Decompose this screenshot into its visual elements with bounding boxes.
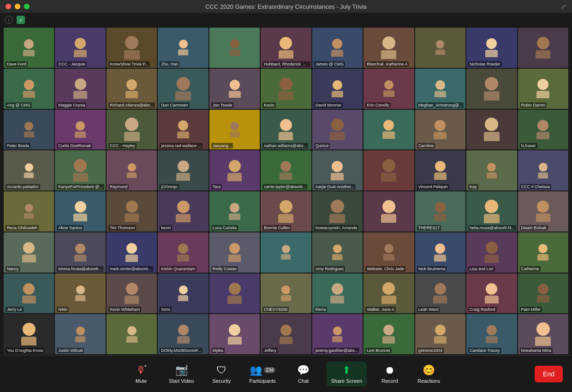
participant-name-label: jOOmojo xyxy=(160,184,179,190)
video-cell: Lisa and Lori xyxy=(466,232,517,273)
minimize-button[interactable] xyxy=(15,4,20,9)
participant-name-label: Nikki xyxy=(57,307,69,312)
chat-icon: 💬 xyxy=(297,364,310,376)
video-cell: Leah Ward xyxy=(415,273,465,314)
video-cell: Peter Breda xyxy=(4,110,54,150)
participant-name-label: KanyeForPresident @... xyxy=(57,184,104,190)
video-cell: KanyeForPresident @... xyxy=(55,150,105,190)
video-cell: CCC - Jacquie xyxy=(55,28,105,68)
participant-name-label: Luca Curisila xyxy=(211,225,238,231)
participant-name-label: mark.simler@absorb... xyxy=(108,266,153,272)
participant-name-label: Sims xyxy=(160,307,172,312)
participants-label: Participants xyxy=(249,378,275,384)
traffic-lights xyxy=(6,4,30,9)
participant-name-label: thena xyxy=(314,307,328,312)
chat-button[interactable]: 💬 Chat xyxy=(290,362,317,386)
info-icon[interactable]: i xyxy=(5,16,13,24)
participant-name-label: Nowaczynski, Amanda xyxy=(314,225,359,231)
close-button[interactable] xyxy=(6,4,11,9)
participant-name-label: Reza Ghilizadeh xyxy=(6,225,39,231)
participant-name-label: Meghan_Armstrong@... xyxy=(417,102,464,108)
participant-name-label: jessica.rad-wallace-... xyxy=(160,143,203,148)
maximize-button[interactable] xyxy=(24,4,30,9)
participant-name-label: Webster, Chris Jade xyxy=(365,266,405,272)
participant-name-label: Curtis DoeRomak xyxy=(57,143,92,148)
participant-name-label: gstreine1003 xyxy=(417,348,444,353)
participant-name-label: Quince xyxy=(314,143,330,148)
participant-name-label: Abne Santos xyxy=(57,225,83,231)
video-cell: Curtis DoeRomak xyxy=(55,110,105,150)
video-cell: Webster, Chris Jade xyxy=(363,232,414,273)
mute-chevron-icon[interactable]: ▲ xyxy=(143,363,147,368)
participant-name-label: James @ CMG xyxy=(314,61,346,67)
fullscreen-icon[interactable]: ⤢ xyxy=(561,3,566,10)
participant-name-label: Richard.Atienza@abs... xyxy=(108,102,155,108)
video-cell: Zhu, Hao xyxy=(158,28,208,68)
video-grid-container: Dave Ford CCC - Jacquie KnowShow Trivia … xyxy=(0,27,572,355)
info-bar: i ✓ xyxy=(0,13,572,27)
video-cell: Ang @ CMG xyxy=(4,69,54,109)
video-cell: Nicholas Roeder xyxy=(466,28,517,68)
video-cell: Candace Tracey xyxy=(466,314,517,354)
video-cell: Erin Conolly xyxy=(363,69,414,109)
participant-name-label: Kevin xyxy=(262,102,276,108)
end-button[interactable]: End xyxy=(535,366,563,382)
video-cell: You D'oughta Know xyxy=(4,314,54,354)
start-video-button[interactable]: 📷 ▲ Start Video xyxy=(164,362,198,386)
video-cell xyxy=(363,191,414,232)
video-label: Start Video xyxy=(169,378,194,384)
video-cell: jessica.rad-wallace-... xyxy=(158,110,208,150)
video-cell: Kevin Whiteham xyxy=(107,273,157,314)
security-icon: 🛡 xyxy=(216,364,226,376)
participant-name-label: carrie.taylor@absorb... xyxy=(262,184,307,190)
video-chevron-icon[interactable]: ▲ xyxy=(185,363,189,368)
participant-name-label: CHEXY9200 xyxy=(262,307,289,312)
share-screen-label: Share Screen xyxy=(331,378,362,384)
participant-name-label: David Monroe xyxy=(314,102,343,108)
video-cell: Vincent Peliquin xyxy=(415,150,465,190)
video-cell: DOMy,Mxt3tGoronP... xyxy=(158,314,208,354)
video-cell: Justin Wilcutt xyxy=(55,314,105,354)
participants-count: 234 xyxy=(264,367,275,373)
video-cell: mark.simler@absorb... xyxy=(107,232,157,273)
participant-name-label: Tara xyxy=(211,184,222,190)
window-title: CCC 2020 Games: Extraordinary Circumstan… xyxy=(205,3,367,10)
video-cell: Lexi Brunner xyxy=(363,314,414,354)
participant-name-label: Vincent Peliquin xyxy=(417,184,449,190)
video-cell: Raymond xyxy=(107,150,157,190)
video-cell: Tim Thomson xyxy=(107,191,157,232)
video-cell: Quince xyxy=(312,110,363,150)
video-cell: Myles xyxy=(209,314,260,354)
record-button[interactable]: ⏺ Record xyxy=(376,362,404,386)
record-label: Record xyxy=(381,378,398,384)
video-cell: gstreine1003 xyxy=(415,314,465,354)
participants-button[interactable]: 👥 234 Participants xyxy=(244,362,280,386)
video-cell: helia.musa@absorb M... xyxy=(466,191,517,232)
video-cell: CHEXY9200 xyxy=(261,273,311,314)
reactions-button[interactable]: 😊 Reactions xyxy=(413,362,445,386)
participant-name-label: You D'oughta Know xyxy=(6,348,44,353)
participant-name-label: Kishin Quarantiam xyxy=(160,266,197,272)
video-cell: Bonnie Cullen xyxy=(261,191,311,232)
video-cell: Hubbard, Rhoderick W... xyxy=(261,28,311,68)
video-cell: Amy Rodriguez xyxy=(312,232,363,273)
participant-name-label: N,fraser xyxy=(520,143,537,148)
title-bar: CCC 2020 Games: Extraordinary Circumstan… xyxy=(0,0,572,13)
mute-button[interactable]: 🎙 ▲ Mute xyxy=(127,362,155,386)
video-cell: kevin xyxy=(158,191,208,232)
video-cell: Richard.Atienza@abs... xyxy=(107,69,157,109)
video-cell xyxy=(261,232,311,273)
participant-name-label: Lexi Brunner xyxy=(365,348,392,353)
video-cell: Blaschuk, Katherine A xyxy=(363,28,414,68)
shield-icon[interactable]: ✓ xyxy=(17,16,25,24)
security-button[interactable]: 🛡 Security xyxy=(208,362,235,386)
participant-name-label: THERES17 xyxy=(417,225,441,231)
participant-name-label: Nancy xyxy=(6,266,20,272)
video-cell: Nancy xyxy=(4,232,54,273)
participant-name-label: Dave Ford xyxy=(6,61,28,67)
video-cell: CCC # Chelsea xyxy=(518,150,568,190)
participant-name-label: Bonnie Cullen xyxy=(262,225,291,231)
video-cell: Nick Bruinema xyxy=(415,232,465,273)
security-label: Security xyxy=(212,378,231,384)
share-screen-button[interactable]: ⬆ Share Screen xyxy=(327,362,367,386)
